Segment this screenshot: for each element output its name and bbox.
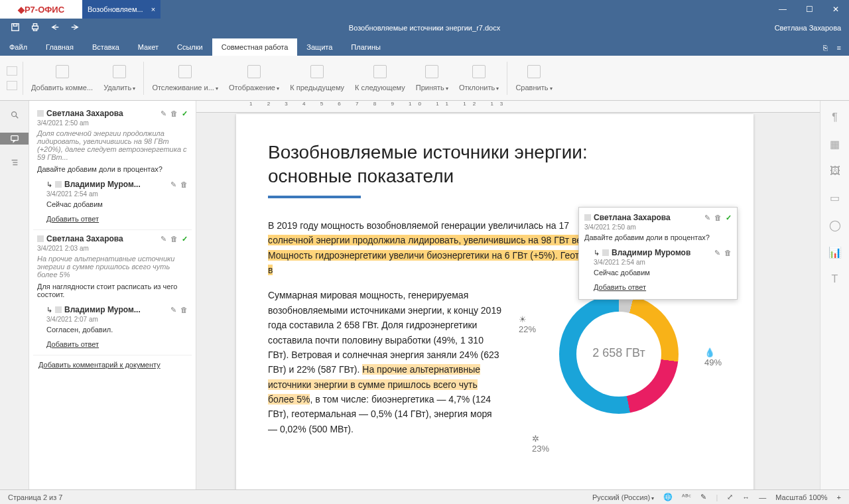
delete-icon[interactable]: 🗑 [714, 214, 722, 222]
reject-button[interactable]: Отклонить [454, 62, 504, 94]
image-icon[interactable]: 🖼 [830, 165, 840, 177]
print-icon[interactable] [31, 23, 40, 33]
delete-icon[interactable]: 🗑 [170, 235, 178, 243]
current-user[interactable]: Светлана Захарова [775, 24, 849, 32]
svg-point-5 [11, 112, 16, 117]
left-toolbar [0, 101, 29, 489]
menu-protect[interactable]: Защита [297, 38, 342, 56]
textart-icon[interactable]: T [832, 273, 838, 285]
resolve-icon[interactable]: ✓ [182, 109, 188, 118]
minimize-button[interactable]: — [769, 5, 796, 14]
shape-icon[interactable]: ◯ [829, 219, 841, 231]
title-bar: ◆ Р7-ОФИС Возобновляем...× — ☐ ✕ [0, 0, 849, 19]
delete-icon[interactable]: 🗑 [180, 180, 188, 189]
fit-width-icon[interactable]: ↔ [742, 493, 750, 501]
chart-icon[interactable]: 📊 [828, 246, 842, 259]
comments-panel: Светлана Захарова ✎🗑✓ 3/4/2021 2:50 am Д… [29, 101, 196, 489]
page-title: Возобновляемые источники энергии:основны… [268, 141, 722, 189]
page[interactable]: Возобновляемые источники энергии:основны… [236, 114, 753, 489]
redo-icon[interactable] [70, 23, 80, 33]
brand-logo: ◆ Р7-ОФИС [0, 0, 82, 19]
comment-popup[interactable]: Светлана Захарова ✎🗑✓ 3/4/2021 2:50 am Д… [578, 207, 738, 300]
comments-icon[interactable] [0, 133, 29, 145]
copy-icon[interactable] [7, 66, 17, 76]
search-icon[interactable] [8, 109, 21, 121]
svg-rect-0 [12, 24, 19, 31]
track-icon[interactable]: ✎ [700, 493, 706, 501]
compare-button[interactable]: Сравнить [510, 62, 557, 94]
add-reply-link[interactable]: Добавить ответ [46, 340, 99, 348]
headings-icon[interactable] [8, 157, 21, 168]
document-area[interactable]: 1 2 3 4 5 6 7 8 9 10 11 12 13 Возобновля… [196, 101, 820, 489]
add-document-comment-link[interactable]: Добавить комментарий к документу [33, 355, 192, 374]
zoom-in-button[interactable]: + [837, 493, 841, 501]
zoom-out-button[interactable]: — [759, 493, 766, 501]
quick-toolbar: Возобновляемые источники энергии_r7.docx… [0, 19, 849, 37]
svg-rect-4 [33, 29, 36, 31]
prev-change-button[interactable]: К предыдущему [285, 62, 350, 94]
menu-home[interactable]: Главная [36, 38, 83, 56]
resolve-icon[interactable]: ✓ [726, 214, 732, 222]
add-reply-link[interactable]: Добавить ответ [46, 215, 99, 223]
menu-file[interactable]: Файл [0, 38, 36, 56]
edit-icon[interactable]: ✎ [170, 180, 176, 189]
document-tab[interactable]: Возобновляем...× [82, 0, 161, 19]
paragraph-icon[interactable]: ¶ [832, 111, 838, 123]
close-tab-icon[interactable]: × [151, 5, 155, 13]
undo-icon[interactable] [50, 23, 60, 33]
comment-thread[interactable]: Светлана Захарова ✎🗑✓ 3/4/2021 2:50 am Д… [33, 105, 192, 230]
save-icon[interactable] [11, 23, 20, 33]
donut-chart: ☀22% 💧49% ✲23% 2 658 ГВт [516, 288, 722, 447]
view-settings-icon[interactable]: ≡ [837, 44, 841, 52]
menu-insert[interactable]: Вставка [83, 38, 129, 56]
svg-rect-1 [13, 24, 17, 27]
edit-icon[interactable]: ✎ [714, 249, 720, 257]
menu-layout[interactable]: Макет [129, 38, 168, 56]
fit-page-icon[interactable]: ⤢ [727, 493, 733, 501]
svg-rect-7 [11, 136, 18, 141]
svg-line-6 [15, 116, 18, 119]
horizontal-ruler[interactable]: 1 2 3 4 5 6 7 8 9 10 11 12 13 [196, 101, 820, 113]
comment-thread[interactable]: Светлана Захарова ✎🗑✓ 3/4/2021 2:03 am Н… [33, 230, 192, 355]
table-icon[interactable]: ▦ [830, 138, 840, 151]
page-indicator[interactable]: Страница 2 из 7 [8, 493, 62, 501]
language-selector[interactable]: Русский (Россия) [592, 493, 655, 501]
menu-plugins[interactable]: Плагины [342, 38, 390, 56]
add-reply-link[interactable]: Добавить ответ [594, 283, 646, 291]
accept-button[interactable]: Принять [411, 62, 454, 94]
display-mode-button[interactable]: Отображение [224, 62, 285, 94]
header-icon[interactable]: ▭ [830, 192, 840, 204]
edit-icon[interactable]: ✎ [161, 109, 166, 118]
close-button[interactable]: ✕ [822, 5, 849, 14]
abc-icon[interactable]: ᴬᴮᶜ [682, 493, 691, 501]
resolve-icon[interactable]: ✓ [182, 235, 188, 243]
document-name: Возобновляемые источники энергии_r7.docx [0, 24, 849, 32]
zoom-label[interactable]: Масштаб 100% [775, 493, 827, 501]
spellcheck-icon[interactable]: 🌐 [663, 493, 673, 501]
open-location-icon[interactable]: ⎘ [823, 44, 828, 52]
menu-refs[interactable]: Ссылки [168, 38, 212, 56]
maximize-button[interactable]: ☐ [796, 5, 822, 14]
ribbon: Добавить комме... Удалить Отслеживание и… [0, 56, 849, 101]
delete-icon[interactable]: 🗑 [724, 249, 732, 257]
svg-rect-3 [33, 24, 36, 27]
menu-bar: Файл Главная Вставка Макет Ссылки Совмес… [0, 37, 849, 56]
add-comment-button[interactable]: Добавить комме... [26, 62, 98, 94]
delete-comment-button[interactable]: Удалить [98, 62, 141, 94]
delete-icon[interactable]: 🗑 [170, 109, 178, 118]
right-toolbar: ¶ ▦ 🖼 ▭ ◯ 📊 T [820, 101, 849, 489]
edit-icon[interactable]: ✎ [704, 214, 710, 222]
edit-icon[interactable]: ✎ [170, 306, 176, 314]
menu-collab[interactable]: Совместная работа [212, 38, 298, 56]
delete-icon[interactable]: 🗑 [180, 306, 188, 314]
next-change-button[interactable]: К следующему [350, 62, 411, 94]
track-changes-button[interactable]: Отслеживание и... [147, 62, 224, 94]
paste-icon[interactable] [7, 81, 17, 90]
edit-icon[interactable]: ✎ [161, 235, 166, 243]
status-bar: Страница 2 из 7 Русский (Россия) 🌐 ᴬᴮᶜ ✎… [0, 489, 849, 504]
